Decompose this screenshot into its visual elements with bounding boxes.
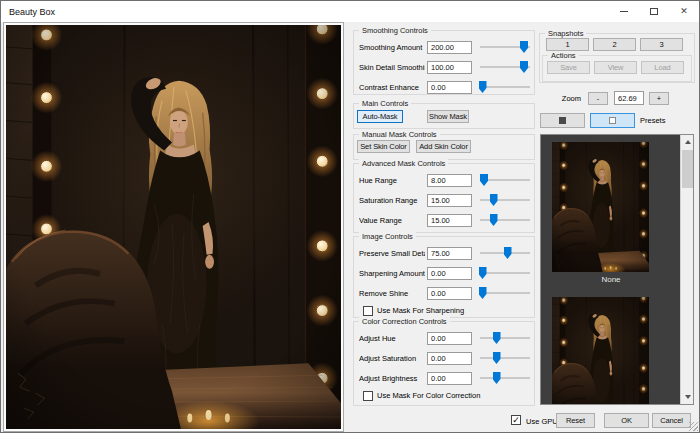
snapshot-3-button[interactable]: 3 <box>640 38 683 51</box>
adjust-brightness-field[interactable] <box>427 372 472 385</box>
slider-thumb[interactable] <box>504 247 512 259</box>
group-title: Snapshots <box>545 29 586 38</box>
group-title: Color Correction Controls <box>359 317 450 326</box>
scroll-up-button[interactable] <box>681 135 694 149</box>
zoom-label: Zoom <box>539 94 581 103</box>
reset-button[interactable]: Reset <box>556 413 595 428</box>
show-mask-button[interactable]: Show Mask <box>427 110 469 123</box>
minimize-button[interactable] <box>609 1 639 22</box>
value-range-field[interactable] <box>427 214 472 227</box>
preset-name: None <box>541 275 681 284</box>
slider-thumb[interactable] <box>479 81 487 93</box>
adjust-brightness-slider[interactable] <box>480 371 530 385</box>
zoom-out-button[interactable]: - <box>588 92 608 105</box>
slider-thumb[interactable] <box>493 352 501 364</box>
zoom-in-button[interactable]: + <box>649 92 669 105</box>
slider-track <box>480 337 530 339</box>
control-label: Contrast Enhance <box>359 83 425 92</box>
maximize-icon <box>650 8 658 15</box>
saturation-range-slider[interactable] <box>480 193 530 207</box>
adjust-brightness-row: Adjust Brightness <box>359 368 530 388</box>
slider-track <box>480 199 530 201</box>
preserve-detail-slider[interactable] <box>480 246 530 260</box>
saturation-range-field[interactable] <box>427 194 472 207</box>
group-title: Main Controls <box>359 99 411 108</box>
control-label: Remove Shine <box>359 289 425 298</box>
group-snapshots: Snapshots 1 2 3 Actions Save View Load <box>539 33 695 83</box>
value-range-slider[interactable] <box>480 213 530 227</box>
smoothing-amount-slider[interactable] <box>480 40 530 54</box>
window-title: Beauty Box <box>9 7 55 17</box>
set-skin-color-button[interactable]: Set Skin Color <box>357 140 410 153</box>
beauty-box-window: Beauty Box ✕ Smoothing Controls Smoothin… <box>0 0 700 433</box>
adjust-hue-slider[interactable] <box>480 331 530 345</box>
view-snapshot-button[interactable]: View <box>594 61 637 74</box>
preview-image <box>6 25 341 429</box>
preserve-detail-field[interactable] <box>427 247 472 260</box>
add-skin-color-button[interactable]: Add Skin Color <box>416 140 471 153</box>
sharpening-amount-field[interactable] <box>427 267 472 280</box>
skin-detail-slider[interactable] <box>480 60 530 74</box>
adjust-saturation-field[interactable] <box>427 352 472 365</box>
presets-scrollbar[interactable] <box>680 135 693 404</box>
resize-grip[interactable] <box>689 422 698 431</box>
control-label: Adjust Hue <box>359 334 425 343</box>
save-snapshot-button[interactable]: Save <box>547 61 590 74</box>
hue-range-field[interactable] <box>427 174 472 187</box>
use-mask-sharpening-checkbox[interactable] <box>363 306 373 316</box>
slider-thumb[interactable] <box>520 41 528 53</box>
control-label: Skin Detail Smoothing <box>359 63 425 72</box>
preset-thumbnail-2[interactable] <box>552 297 649 405</box>
preset-single-view-button[interactable] <box>590 113 635 128</box>
titlebar[interactable]: Beauty Box ✕ <box>1 1 699 22</box>
load-snapshot-button[interactable]: Load <box>641 61 684 74</box>
image-preview[interactable] <box>3 22 344 432</box>
snapshot-1-button[interactable]: 1 <box>546 38 589 51</box>
slider-thumb[interactable] <box>490 214 498 226</box>
zoom-value-field[interactable] <box>614 91 644 105</box>
contrast-enhance-row: Contrast Enhance <box>359 77 530 97</box>
slider-track <box>480 377 530 379</box>
remove-shine-slider[interactable] <box>480 286 530 300</box>
group-title: Image Controls <box>359 232 416 241</box>
control-label: Saturation Range <box>359 196 425 205</box>
slider-thumb[interactable] <box>520 61 528 73</box>
group-main-controls: Main Controls Auto-Mask Show Mask <box>353 103 535 129</box>
group-actions: Actions Save View Load <box>542 55 692 82</box>
scroll-down-button[interactable] <box>681 390 694 404</box>
remove-shine-field[interactable] <box>427 287 472 300</box>
hue-range-slider[interactable] <box>480 173 530 187</box>
use-mask-color-correction-checkbox[interactable] <box>363 391 373 401</box>
smoothing-amount-field[interactable] <box>427 41 472 54</box>
auto-mask-button[interactable]: Auto-Mask <box>357 110 403 123</box>
adjust-saturation-slider[interactable] <box>480 351 530 365</box>
slider-thumb[interactable] <box>493 372 501 384</box>
slider-thumb[interactable] <box>479 267 487 279</box>
skin-detail-field[interactable] <box>427 61 472 74</box>
maximize-button[interactable] <box>639 1 669 22</box>
cancel-button[interactable]: Cancel <box>652 413 691 428</box>
ok-button[interactable]: OK <box>604 413 649 428</box>
close-button[interactable]: ✕ <box>669 1 699 22</box>
sharpening-amount-slider[interactable] <box>480 266 530 280</box>
slider-thumb[interactable] <box>480 174 488 186</box>
adjust-saturation-row: Adjust Saturation <box>359 348 530 368</box>
slider-thumb[interactable] <box>493 332 501 344</box>
snapshot-2-button[interactable]: 2 <box>593 38 636 51</box>
slider-thumb[interactable] <box>479 287 487 299</box>
minimize-icon <box>620 11 628 12</box>
adjust-hue-field[interactable] <box>427 332 472 345</box>
contrast-enhance-field[interactable] <box>427 81 472 94</box>
skin-detail-row: Skin Detail Smoothing <box>359 57 530 77</box>
scrollbar-thumb[interactable] <box>682 150 693 188</box>
slider-thumb[interactable] <box>490 194 498 206</box>
control-label: Value Range <box>359 216 425 225</box>
preset-grid-view-button[interactable] <box>540 113 585 128</box>
use-gpu-label: Use GPU <box>526 417 558 426</box>
use-gpu-checkbox[interactable]: ✓ <box>511 415 521 425</box>
group-smoothing-controls: Smoothing Controls Smoothing Amount Skin… <box>353 30 535 95</box>
slider-track <box>480 219 530 221</box>
preset-thumbnail-none[interactable] <box>552 142 649 272</box>
contrast-enhance-slider[interactable] <box>480 80 530 94</box>
value-range-row: Value Range <box>359 210 530 230</box>
